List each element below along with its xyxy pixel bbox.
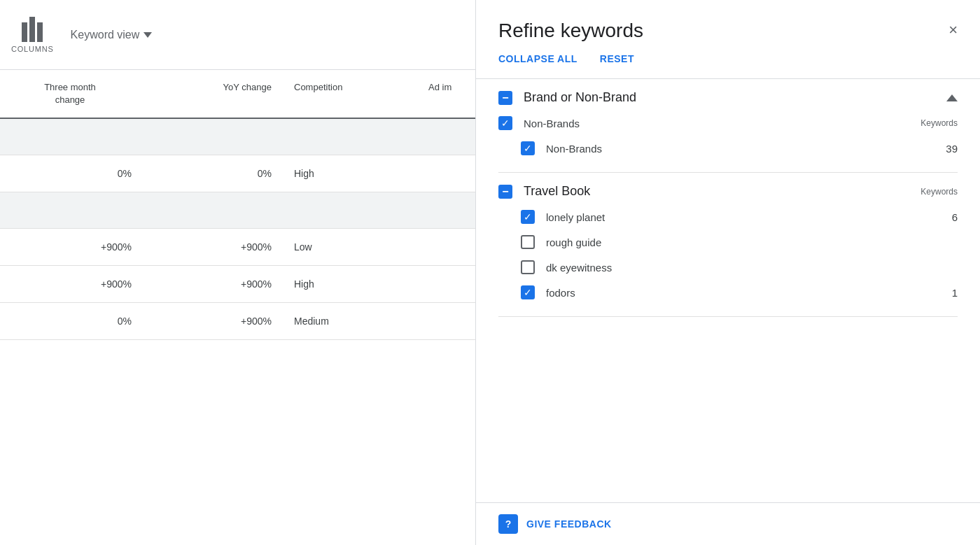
- right-panel: Refine keywords × COLLAPSE ALL RESET − B…: [476, 0, 980, 545]
- toolbar: COLUMNS Keyword view: [0, 0, 475, 70]
- fodors-item: ✓ fodors 1: [498, 280, 958, 305]
- non-brands-checkbox[interactable]: ✓: [521, 141, 535, 155]
- keyword-view-button[interactable]: Keyword view: [71, 29, 153, 41]
- close-button[interactable]: ×: [948, 22, 958, 38]
- non-brands-group: ✓ Non-Brands Keywords: [498, 111, 958, 136]
- travel-book-section-checkbox[interactable]: −: [498, 185, 512, 199]
- keyword-view-label: Keyword view: [71, 29, 140, 41]
- reset-button[interactable]: RESET: [600, 53, 634, 64]
- non-brands-keywords-header: Keywords: [920, 118, 958, 128]
- col-header-competition: Competition: [280, 70, 420, 118]
- col-bar-1: [22, 22, 27, 42]
- dk-eyewitness-checkbox[interactable]: [521, 260, 535, 274]
- brand-section-title: Brand or Non-Brand: [524, 90, 935, 105]
- non-brands-count: 39: [946, 143, 958, 155]
- non-brands-item: ✓ Non-Brands 39: [498, 136, 958, 161]
- table-body: 0% 0% High +900% +900% Low +900% +900% H…: [0, 119, 475, 545]
- col-header-three-month: Three monthchange: [0, 70, 140, 118]
- table-row: 0% +900% Medium: [0, 303, 475, 340]
- brand-section-chevron-icon[interactable]: [946, 94, 958, 101]
- col-header-adim: Ad im: [420, 70, 475, 118]
- rough-guide-label: rough guide: [546, 236, 958, 248]
- non-brands-group-checkbox[interactable]: ✓: [498, 116, 512, 130]
- non-brands-group-label: Non-Brands: [524, 118, 920, 129]
- collapse-all-button[interactable]: COLLAPSE ALL: [498, 53, 578, 64]
- left-panel: COLUMNS Keyword view Three monthchange Y…: [0, 0, 476, 545]
- travel-book-section: − Travel Book Keywords ✓ lonely planet 6: [498, 173, 958, 317]
- fodors-label: fodors: [546, 287, 952, 299]
- rough-guide-item: rough guide: [498, 229, 958, 255]
- lonely-planet-checkbox[interactable]: ✓: [521, 210, 535, 224]
- lonely-planet-count: 6: [952, 211, 958, 223]
- table-row: 0% 0% High: [0, 155, 475, 192]
- non-brands-label: Non-Brands: [546, 143, 946, 155]
- table-row: [0, 119, 475, 155]
- col-bar-2: [29, 17, 35, 42]
- feedback-icon-label: ?: [505, 518, 512, 530]
- rough-guide-checkbox[interactable]: [521, 235, 535, 249]
- columns-label: COLUMNS: [11, 45, 54, 53]
- col-header-yoy: YoY change: [140, 70, 280, 118]
- feedback-icon: ?: [498, 514, 518, 534]
- travel-book-section-title: Travel Book: [524, 184, 920, 199]
- lonely-planet-item: ✓ lonely planet 6: [498, 204, 958, 229]
- chevron-down-icon: [144, 32, 152, 38]
- col-bar-3: [37, 22, 43, 42]
- travel-book-section-header: − Travel Book Keywords: [498, 184, 958, 199]
- refine-title: Refine keywords: [498, 20, 643, 42]
- brand-section: − Brand or Non-Brand ✓ Non-Brands Keywor…: [498, 79, 958, 173]
- brand-section-checkbox[interactable]: −: [498, 91, 512, 105]
- table-row: [0, 192, 475, 229]
- brand-section-header: − Brand or Non-Brand: [498, 90, 958, 105]
- table-header: Three monthchange YoY change Competition…: [0, 70, 475, 119]
- refine-actions: COLLAPSE ALL RESET: [476, 53, 980, 79]
- columns-button[interactable]: COLUMNS: [11, 17, 54, 53]
- refine-content: − Brand or Non-Brand ✓ Non-Brands Keywor…: [476, 79, 980, 502]
- fodors-count: 1: [952, 287, 958, 299]
- fodors-checkbox[interactable]: ✓: [521, 285, 535, 299]
- give-feedback-button[interactable]: GIVE FEEDBACK: [526, 518, 612, 530]
- dk-eyewitness-item: dk eyewitness: [498, 255, 958, 280]
- table-row: +900% +900% High: [0, 266, 475, 303]
- table-row: +900% +900% Low: [0, 229, 475, 266]
- lonely-planet-label: lonely planet: [546, 211, 952, 223]
- dk-eyewitness-label: dk eyewitness: [546, 262, 958, 274]
- feedback-bar: ? GIVE FEEDBACK: [476, 502, 980, 545]
- travel-book-keywords-header: Keywords: [920, 187, 958, 197]
- columns-icon: [22, 17, 43, 42]
- refine-header: Refine keywords ×: [476, 0, 980, 53]
